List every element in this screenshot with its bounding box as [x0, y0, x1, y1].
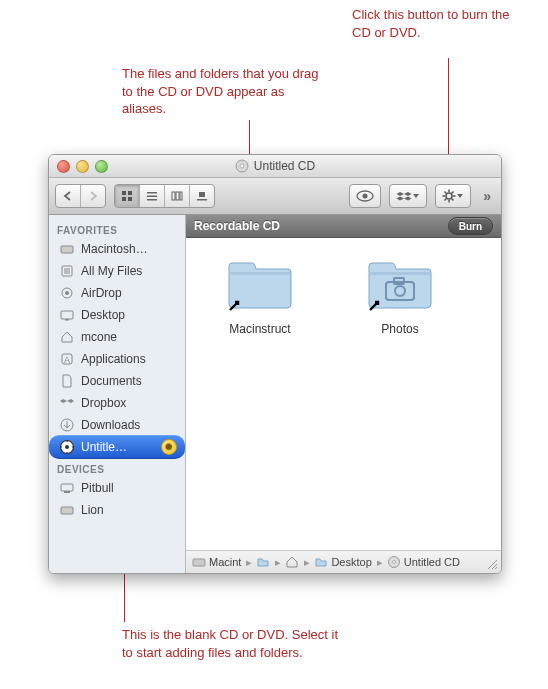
svg-rect-4 — [122, 191, 126, 195]
svg-rect-13 — [180, 192, 182, 200]
svg-point-3 — [240, 164, 244, 168]
resize-handle-icon[interactable] — [486, 558, 498, 570]
svg-rect-47 — [64, 491, 70, 493]
svg-rect-46 — [61, 484, 73, 491]
svg-rect-11 — [172, 192, 175, 200]
dropbox-icon — [396, 190, 412, 202]
svg-rect-7 — [128, 197, 132, 201]
path-bar[interactable]: Macint ▸ ▸ ▸ Desktop ▸ U — [186, 550, 501, 573]
quicklook-button[interactable] — [349, 184, 381, 208]
svg-line-59 — [495, 567, 497, 569]
icon-view-button[interactable] — [115, 185, 140, 207]
svg-point-33 — [65, 291, 69, 295]
path-crumb[interactable]: Macint ▸ — [192, 555, 254, 569]
airdrop-icon — [59, 285, 75, 301]
hdd-icon — [59, 502, 75, 518]
close-icon[interactable] — [57, 160, 70, 173]
svg-point-41 — [65, 445, 69, 449]
back-button[interactable] — [56, 185, 81, 207]
callout-burn: Click this button to burn the CD or DVD. — [352, 6, 517, 41]
titlebar[interactable]: Untitled CD — [49, 155, 501, 178]
chevron-right-icon: ▸ — [302, 556, 312, 569]
toolbar-overflow-icon[interactable]: » — [479, 188, 495, 204]
svg-rect-49 — [229, 272, 291, 275]
folder-icon — [256, 555, 270, 569]
sidebar-item-airdrop[interactable]: AirDrop — [49, 282, 185, 304]
sidebar-item-label: Documents — [81, 374, 142, 388]
svg-rect-5 — [128, 191, 132, 195]
file-area[interactable]: Macinstruct Photos — [186, 238, 501, 550]
documents-icon — [59, 373, 75, 389]
svg-line-26 — [445, 199, 447, 201]
file-item-photos[interactable]: Photos — [350, 258, 450, 336]
crumb-label: Untitled CD — [404, 556, 460, 568]
crumb-label: Desktop — [331, 556, 371, 568]
sidebar-item-device-lion[interactable]: Lion — [49, 499, 185, 521]
eye-icon — [356, 190, 374, 202]
downloads-icon — [59, 417, 75, 433]
favorites-header: FAVORITES — [49, 219, 185, 238]
sidebar-item-applications[interactable]: A Applications — [49, 348, 185, 370]
column-view-button[interactable] — [165, 185, 190, 207]
content-header-title: Recordable CD — [194, 219, 280, 233]
sidebar-item-documents[interactable]: Documents — [49, 370, 185, 392]
dropbox-toolbar-button[interactable] — [389, 184, 427, 208]
svg-rect-15 — [197, 199, 207, 201]
chevron-right-icon: ▸ — [273, 556, 283, 569]
file-label: Macinstruct — [210, 322, 310, 336]
sidebar-item-device-pitbull[interactable]: Pitbull — [49, 477, 185, 499]
svg-line-25 — [452, 192, 454, 194]
folder-icon — [314, 555, 328, 569]
chevron-right-icon: ▸ — [244, 556, 254, 569]
svg-rect-27 — [61, 246, 73, 253]
sidebar-item-label: Applications — [81, 352, 146, 366]
svg-text:A: A — [64, 355, 70, 365]
view-switcher[interactable] — [114, 184, 215, 208]
burn-badge-icon: ✺ — [161, 439, 177, 455]
svg-rect-9 — [147, 196, 157, 198]
toolbar: » — [49, 178, 501, 215]
path-crumb[interactable]: ▸ — [256, 555, 283, 569]
svg-rect-48 — [61, 507, 73, 514]
svg-rect-12 — [176, 192, 179, 200]
coverflow-view-button[interactable] — [190, 185, 214, 207]
all-files-icon — [59, 263, 75, 279]
svg-rect-8 — [147, 192, 157, 194]
path-crumb[interactable]: Desktop ▸ — [314, 555, 384, 569]
zoom-icon[interactable] — [95, 160, 108, 173]
sidebar-item-macintosh-hd[interactable]: Macintosh… — [49, 238, 185, 260]
path-crumb[interactable]: ▸ — [285, 555, 312, 569]
svg-rect-34 — [61, 311, 73, 319]
sidebar-item-label: Desktop — [81, 308, 125, 322]
action-menu-button[interactable] — [435, 184, 471, 208]
disc-icon — [235, 159, 249, 173]
sidebar-item-label: Downloads — [81, 418, 140, 432]
sidebar-item-desktop[interactable]: Desktop — [49, 304, 185, 326]
sidebar-item-all-my-files[interactable]: All My Files — [49, 260, 185, 282]
sidebar-item-label: Dropbox — [81, 396, 126, 410]
list-view-button[interactable] — [140, 185, 165, 207]
svg-rect-10 — [147, 199, 157, 201]
file-item-macinstruct[interactable]: Macinstruct — [210, 258, 310, 336]
hdd-icon — [59, 241, 75, 257]
svg-point-18 — [446, 193, 452, 199]
sidebar-item-label: Macintosh… — [81, 242, 148, 256]
sidebar-item-home[interactable]: mcone — [49, 326, 185, 348]
sidebar-item-label: AirDrop — [81, 286, 122, 300]
svg-point-17 — [363, 194, 368, 199]
gear-icon — [442, 189, 456, 203]
burn-button[interactable]: Burn — [448, 217, 493, 235]
content-header: Recordable CD Burn — [186, 215, 501, 238]
sidebar-item-untitled-cd[interactable]: Untitle… ✺ — [49, 435, 185, 459]
path-crumb[interactable]: Untitled CD — [387, 555, 460, 569]
minimize-icon[interactable] — [76, 160, 89, 173]
sidebar-item-label: Lion — [81, 503, 104, 517]
forward-button[interactable] — [81, 185, 105, 207]
nav-back-forward[interactable] — [55, 184, 106, 208]
svg-point-2 — [236, 160, 248, 172]
sidebar-item-downloads[interactable]: Downloads — [49, 414, 185, 436]
svg-rect-35 — [65, 319, 69, 321]
folder-alias-icon — [224, 258, 296, 314]
sidebar-item-dropbox[interactable]: Dropbox — [49, 392, 185, 414]
hdd-icon — [192, 555, 206, 569]
